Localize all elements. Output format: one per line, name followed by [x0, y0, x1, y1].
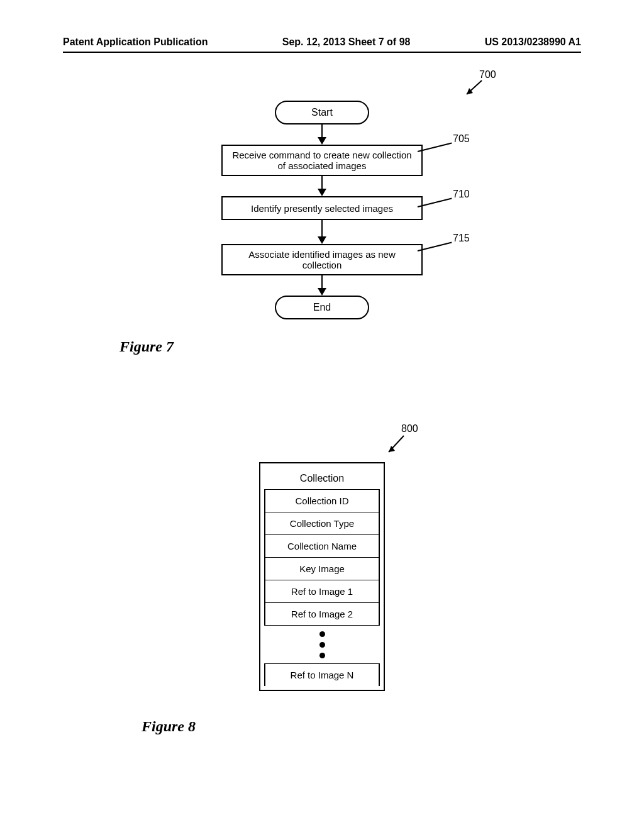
arrow-line	[321, 275, 323, 289]
arrow-icon	[318, 189, 326, 196]
flow-end: End	[275, 296, 369, 319]
collection-row: Collection Name	[264, 535, 380, 558]
ref-700-label: 700	[479, 69, 496, 80]
header-rule	[63, 52, 581, 53]
arrow-line	[321, 124, 323, 138]
figure8-caption: Figure 8	[142, 718, 196, 735]
page-header: Patent Application Publication Sep. 12, …	[0, 36, 644, 48]
row-text: Key Image	[299, 563, 345, 574]
step-710-text: Identify presently selected images	[251, 203, 393, 214]
step-705-text: Receive command to create new collection…	[228, 150, 416, 171]
arrow-line	[321, 220, 323, 238]
collection-row: Key Image	[264, 558, 380, 580]
row-text: Collection ID	[295, 495, 348, 506]
collection-row: Ref to Image 2	[264, 603, 380, 626]
arrow-icon	[318, 236, 326, 244]
step-715-text: Associate identified images as new colle…	[228, 249, 416, 270]
figure7-caption: Figure 7	[119, 338, 174, 355]
header-right: US 2013/0238990 A1	[485, 36, 581, 48]
collection-row: Ref to Image 1	[264, 580, 380, 603]
header-left: Patent Application Publication	[63, 36, 208, 48]
ref-800-group: 800	[382, 431, 408, 459]
collection-row-last: Ref to Image N	[264, 663, 380, 686]
row-text: Ref to Image 1	[291, 586, 353, 597]
end-text: End	[313, 302, 331, 313]
flow-step-715: Associate identified images as new colle…	[221, 244, 423, 275]
flow-step-705: Receive command to create new collection…	[221, 145, 423, 176]
ref-715-label: 715	[453, 233, 470, 244]
dot-icon	[319, 631, 325, 637]
arrow-icon	[318, 137, 326, 145]
ref-705-label: 705	[453, 133, 470, 145]
collection-row: Collection ID	[264, 490, 380, 512]
collection-title-text: Collection	[300, 473, 344, 484]
row-text: Collection Type	[290, 518, 354, 529]
header-center: Sep. 12, 2013 Sheet 7 of 98	[282, 36, 411, 48]
dot-icon	[319, 653, 325, 658]
flow-start: Start	[275, 101, 369, 124]
row-text: Ref to Image 2	[291, 609, 353, 619]
ref-710-label: 710	[453, 189, 470, 200]
dot-icon	[319, 642, 325, 648]
flow-step-710: Identify presently selected images	[221, 196, 423, 220]
ref-800-label: 800	[401, 423, 418, 434]
figure7-flowchart: Start Receive command to create new coll…	[0, 94, 644, 333]
arrow-icon	[382, 431, 408, 459]
arrow-icon	[318, 288, 326, 296]
collection-title: Collection	[264, 467, 380, 490]
collection-ellipsis	[264, 626, 380, 663]
arrow-line	[321, 176, 323, 190]
collection-row: Collection Type	[264, 512, 380, 535]
row-text: Collection Name	[287, 541, 357, 551]
row-text: Ref to Image N	[291, 670, 354, 680]
figure8-collection-box: Collection Collection ID Collection Type…	[259, 462, 385, 691]
start-text: Start	[311, 107, 333, 118]
